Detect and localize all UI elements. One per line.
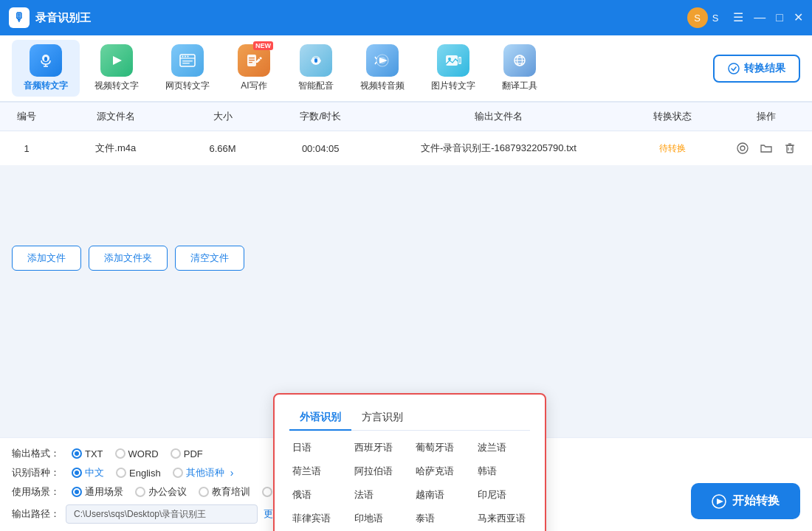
- lang-popup-tabs: 外语识别 方言识别: [289, 406, 530, 431]
- lang-other-arrow[interactable]: ›: [230, 467, 234, 479]
- image-to-text-label: 图片转文字: [431, 80, 475, 92]
- tool-translate[interactable]: 翻译工具: [490, 40, 549, 97]
- lang-russian[interactable]: 俄语: [289, 487, 345, 503]
- lang-japanese[interactable]: 日语: [289, 440, 345, 456]
- file-table: 编号 源文件名 大小 字数/时长 输出文件名 转换状态 操作 1 文件.m4a …: [0, 102, 812, 166]
- add-folder-button[interactable]: 添加文件夹: [89, 246, 168, 271]
- folder-action[interactable]: [758, 140, 774, 156]
- format-txt[interactable]: TXT: [72, 448, 103, 459]
- lang-chinese-radio: [72, 468, 82, 478]
- tool-image-to-text[interactable]: 图片转文字: [419, 40, 487, 97]
- svg-marker-43: [717, 499, 723, 504]
- svg-rect-10: [182, 60, 193, 62]
- app-logo: 🎙: [9, 7, 30, 28]
- new-badge: NEW: [253, 41, 273, 50]
- lang-thai[interactable]: 泰语: [413, 510, 469, 527]
- usage-scene-label: 使用场景：: [12, 485, 60, 499]
- svg-point-36: [740, 146, 745, 150]
- col-source: 源文件名: [53, 103, 178, 131]
- avatar: S: [687, 7, 708, 28]
- user-info: S S: [687, 7, 719, 28]
- lang-hindi[interactable]: 印地语: [351, 510, 407, 527]
- add-file-button[interactable]: 添加文件: [12, 246, 81, 271]
- svg-rect-14: [249, 60, 255, 60]
- scene-news-radio: [262, 487, 272, 497]
- svg-rect-23: [446, 55, 458, 66]
- file-buttons-row: 添加文件 添加文件夹 清空文件: [0, 240, 812, 277]
- tab-foreign-lang[interactable]: 外语识别: [289, 406, 351, 430]
- lang-portuguese[interactable]: 葡萄牙语: [413, 440, 469, 456]
- window-controls: ☰ — □ ✕: [733, 12, 803, 24]
- svg-point-7: [182, 56, 184, 58]
- menu-icon[interactable]: ☰: [733, 12, 743, 24]
- lang-other[interactable]: 其他语种: [173, 466, 224, 479]
- maximize-button[interactable]: □: [776, 12, 783, 24]
- lang-malay[interactable]: 马来西亚语: [475, 510, 531, 527]
- start-convert-button[interactable]: 开始转换: [691, 483, 800, 519]
- svg-marker-4: [113, 56, 122, 65]
- format-txt-radio: [72, 448, 82, 459]
- file-table-area: 编号 源文件名 大小 字数/时长 输出文件名 转换状态 操作 1 文件.m4a …: [0, 102, 812, 166]
- lang-dutch[interactable]: 荷兰语: [289, 463, 345, 479]
- ai-writing-label: AI写作: [241, 80, 266, 92]
- output-path-input[interactable]: [66, 504, 258, 524]
- svg-rect-18: [314, 58, 317, 63]
- col-status: 转换状态: [623, 103, 721, 131]
- ai-writing-icon: NEW: [238, 44, 270, 77]
- video-to-text-label: 视频转文字: [94, 80, 139, 92]
- preview-action[interactable]: [734, 140, 751, 156]
- scene-education[interactable]: 教育培训: [199, 485, 250, 499]
- tool-video-to-audio[interactable]: 视频转音频: [348, 40, 416, 97]
- web-to-text-icon: [171, 44, 204, 77]
- row-source: 文件.m4a: [53, 131, 178, 166]
- lang-spanish[interactable]: 西班牙语: [351, 440, 407, 456]
- lang-filipino[interactable]: 菲律宾语: [289, 510, 345, 527]
- output-format-label: 输出格式：: [12, 447, 60, 460]
- lang-english[interactable]: English: [116, 468, 161, 479]
- scene-education-radio: [199, 487, 209, 497]
- svg-point-35: [737, 143, 748, 153]
- content-area: 编号 源文件名 大小 字数/时长 输出文件名 转换状态 操作 1 文件.m4a …: [0, 102, 812, 531]
- lang-french[interactable]: 法语: [351, 487, 407, 503]
- row-id: 1: [0, 131, 53, 166]
- action-icons: [727, 140, 806, 156]
- lang-chinese[interactable]: 中文: [72, 466, 104, 479]
- convert-result-button[interactable]: 转换结果: [713, 55, 800, 83]
- scene-general[interactable]: 通用场景: [72, 485, 123, 499]
- format-word[interactable]: WORD: [115, 448, 159, 459]
- lang-arabic[interactable]: 阿拉伯语: [351, 463, 407, 479]
- lang-kazakh[interactable]: 哈萨克语: [413, 463, 469, 479]
- close-button[interactable]: ✕: [794, 12, 803, 24]
- language-popup: 外语识别 方言识别 日语 西班牙语 葡萄牙语 波兰语 荷兰语 阿拉伯语 哈萨克语…: [273, 393, 546, 531]
- lang-indonesian[interactable]: 印尼语: [475, 487, 531, 503]
- col-output: 输出文件名: [374, 103, 624, 131]
- svg-rect-15: [249, 62, 252, 63]
- tool-video-to-text[interactable]: 视频转文字: [83, 40, 151, 97]
- minimize-button[interactable]: —: [754, 12, 765, 24]
- tab-dialect[interactable]: 方言识别: [351, 406, 413, 430]
- lang-vietnamese[interactable]: 越南语: [413, 487, 469, 503]
- tool-smart-dubbing[interactable]: 智能配音: [286, 40, 345, 97]
- tool-audio-to-text[interactable]: 音频转文字: [12, 40, 80, 97]
- lang-english-radio: [116, 468, 126, 478]
- delete-action[interactable]: [782, 140, 798, 156]
- image-to-text-icon: [437, 44, 469, 77]
- language-grid: 日语 西班牙语 葡萄牙语 波兰语 荷兰语 阿拉伯语 哈萨克语 韩语 俄语 法语 …: [289, 440, 530, 531]
- lang-polish[interactable]: 波兰语: [475, 440, 531, 456]
- col-id: 编号: [0, 103, 53, 131]
- col-size: 大小: [178, 103, 267, 131]
- lang-other-radio: [173, 468, 183, 478]
- translate-label: 翻译工具: [502, 80, 537, 92]
- row-actions: [721, 131, 812, 166]
- row-status: 待转换: [623, 131, 721, 166]
- format-pdf-radio: [171, 448, 181, 459]
- scene-office-radio: [135, 487, 145, 497]
- scene-general-radio: [72, 487, 82, 497]
- clear-files-button[interactable]: 清空文件: [175, 246, 244, 271]
- format-pdf[interactable]: PDF: [171, 448, 203, 459]
- tool-web-to-text[interactable]: 网页转文字: [154, 40, 221, 97]
- lang-korean[interactable]: 韩语: [475, 463, 531, 479]
- tool-ai-writing[interactable]: NEW AI写作: [224, 40, 283, 97]
- scene-office[interactable]: 办公会议: [135, 485, 187, 499]
- empty-space: [0, 166, 812, 240]
